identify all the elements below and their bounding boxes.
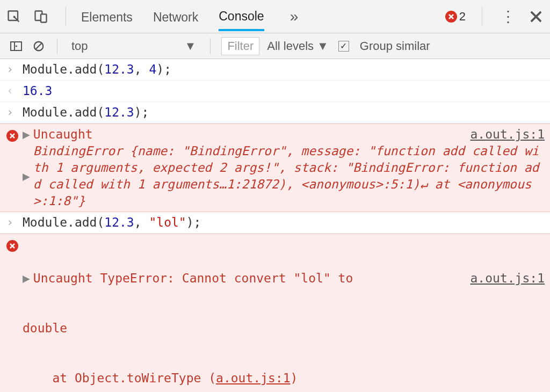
- log-level-selector[interactable]: All levels ▼: [267, 39, 329, 53]
- return-value: 16.3: [23, 83, 545, 99]
- expand-triangle-icon[interactable]: ▶: [23, 270, 30, 287]
- tab-network[interactable]: Network: [153, 3, 198, 30]
- panel-tabs: Elements Network Console »: [81, 2, 445, 31]
- console-return-row: ‹ 16.3: [0, 81, 550, 102]
- expand-triangle-icon[interactable]: ▶: [23, 168, 30, 185]
- input-chevron-icon: ›: [6, 61, 23, 76]
- svg-rect-2: [41, 14, 47, 22]
- console-code: Module.add(12.3, 4);: [23, 61, 545, 78]
- console-code: Module.add(12.3);: [23, 104, 545, 121]
- chevron-down-icon: ▼: [185, 39, 197, 53]
- console-error-row: ▶Uncaught TypeError: Cannot convert "lol…: [0, 234, 550, 392]
- console-code: Module.add(12.3, "lol");: [23, 214, 545, 231]
- group-similar-label: Group similar: [360, 39, 430, 53]
- toolbar-left: [4, 7, 74, 26]
- close-icon[interactable]: [526, 7, 546, 26]
- clear-console-icon[interactable]: [31, 37, 46, 56]
- devtools-main-toolbar: Elements Network Console » 2 ⋮: [0, 0, 550, 33]
- error-content: ▶Uncaught TypeError: Cannot convert "lol…: [23, 236, 545, 392]
- kebab-menu-icon[interactable]: ⋮: [498, 7, 518, 26]
- error-gutter: [6, 126, 23, 142]
- chevron-down-icon: ▼: [317, 39, 329, 53]
- more-tabs-icon[interactable]: »: [285, 7, 304, 26]
- error-badge[interactable]: 2: [445, 10, 466, 24]
- tab-elements[interactable]: Elements: [81, 3, 133, 30]
- source-link[interactable]: a.out.js:1: [471, 270, 545, 287]
- context-label: top: [71, 39, 88, 53]
- toolbar-right: 2 ⋮: [445, 7, 546, 26]
- console-output: › Module.add(12.3, 4); ‹ 16.3 › Module.a…: [0, 59, 550, 392]
- console-input-row: › Module.add(12.3);: [0, 102, 550, 124]
- toggle-sidebar-icon[interactable]: [9, 37, 24, 56]
- filter-input[interactable]: Filter: [221, 37, 259, 55]
- separator: [66, 7, 66, 26]
- input-chevron-icon: ›: [6, 214, 23, 229]
- device-toggle-icon[interactable]: [31, 7, 50, 26]
- error-gutter: [6, 236, 23, 252]
- source-link[interactable]: a.out.js:1: [216, 371, 290, 385]
- separator: [210, 38, 211, 54]
- console-error-row: ▶Uncaught a.out.js:1 ▶ BindingError {nam…: [0, 124, 550, 212]
- separator: [57, 38, 57, 54]
- console-input-row: › Module.add(12.3, "lol");: [0, 212, 550, 234]
- console-toolbar: top ▼ Filter All levels ▼ Group similar: [0, 33, 550, 59]
- tab-console[interactable]: Console: [219, 2, 264, 31]
- error-icon: [6, 240, 18, 252]
- inspect-element-icon[interactable]: [4, 7, 24, 26]
- console-input-row: › Module.add(12.3, 4);: [0, 59, 550, 81]
- error-content: ▶Uncaught a.out.js:1 ▶ BindingError {nam…: [23, 126, 545, 209]
- context-selector[interactable]: top ▼: [68, 39, 199, 53]
- input-chevron-icon: ›: [6, 104, 23, 119]
- filter-placeholder: Filter: [227, 39, 254, 53]
- error-icon: [6, 130, 18, 142]
- source-link[interactable]: a.out.js:1: [471, 126, 545, 143]
- separator: [482, 7, 482, 26]
- levels-label: All levels: [267, 39, 314, 53]
- error-count-value: 2: [459, 10, 466, 24]
- return-chevron-icon: ‹: [6, 83, 23, 97]
- error-body: BindingError {name: "BindingError", mess…: [33, 143, 545, 209]
- group-similar-checkbox[interactable]: [338, 41, 349, 52]
- expand-triangle-icon[interactable]: ▶: [23, 126, 30, 143]
- error-icon: [445, 11, 457, 23]
